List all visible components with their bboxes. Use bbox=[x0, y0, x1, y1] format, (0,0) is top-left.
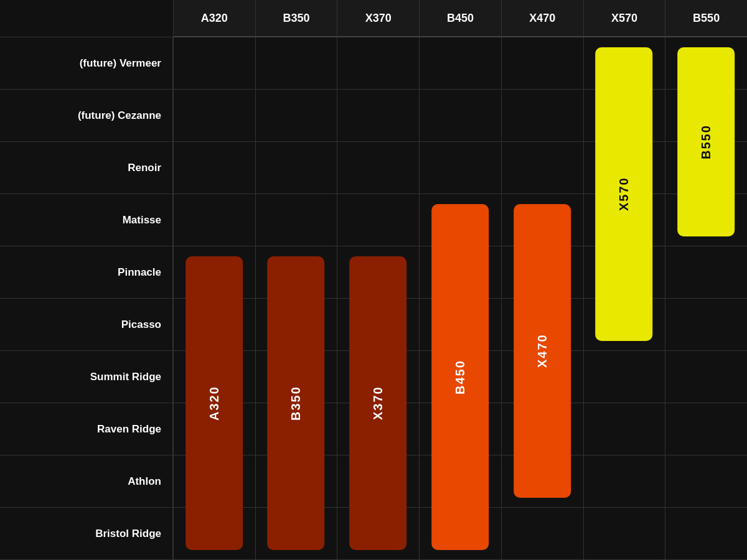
bar-a320: A320 bbox=[186, 256, 243, 550]
grid-cell-r10-c5 bbox=[501, 508, 583, 560]
grid-cell-r1-c5 bbox=[501, 37, 583, 90]
row-label-athlon: Athlon bbox=[0, 455, 173, 508]
bar-b450: B450 bbox=[431, 204, 489, 550]
bar-b550: B550 bbox=[677, 47, 735, 236]
grid-cell-r4-c1 bbox=[173, 194, 255, 246]
row-label-picasso: Picasso bbox=[0, 299, 173, 351]
grid-cell-r1-c4 bbox=[419, 37, 501, 90]
header-col-b450: B450 bbox=[419, 0, 501, 37]
header-col-x370: X370 bbox=[337, 0, 419, 37]
grid-cell-r8-c7 bbox=[665, 403, 747, 455]
header-col-x570: X570 bbox=[583, 0, 665, 37]
grid-cell-r1-c1 bbox=[173, 37, 255, 90]
grid-cell-r10-c7 bbox=[665, 508, 747, 560]
header-col-a320: A320 bbox=[173, 0, 255, 37]
header-col-b550: B550 bbox=[665, 0, 747, 37]
grid-cell-r7-c6 bbox=[583, 351, 665, 403]
grid-cell-r7-c7 bbox=[665, 351, 747, 403]
grid-cell-r1-c2 bbox=[255, 37, 337, 90]
grid-cell-r9-c7 bbox=[665, 455, 747, 508]
row-label-matisse: Matisse bbox=[0, 194, 173, 246]
bar-b350: B350 bbox=[267, 256, 324, 550]
grid-cell-r4-c3 bbox=[337, 194, 419, 246]
bar-x570: X570 bbox=[595, 47, 652, 341]
row-label-renoir: Renoir bbox=[0, 142, 173, 194]
grid-cell-r3-c4 bbox=[419, 142, 501, 194]
grid-cell-r4-c2 bbox=[255, 194, 337, 246]
header-col-b350: B350 bbox=[255, 0, 337, 37]
header-col-x470: X470 bbox=[501, 0, 583, 37]
grid-cell-r3-c1 bbox=[173, 142, 255, 194]
row-label-summit-ridge: Summit Ridge bbox=[0, 351, 173, 403]
grid-cell-r8-c6 bbox=[583, 403, 665, 455]
bar-x470: X470 bbox=[514, 204, 571, 498]
grid-cell-r2-c5 bbox=[501, 90, 583, 142]
row-label-bristol-ridge: Bristol Ridge bbox=[0, 508, 173, 560]
grid-cell-r3-c5 bbox=[501, 142, 583, 194]
row-label-pinnacle: Pinnacle bbox=[0, 246, 173, 299]
grid-cell-r2-c2 bbox=[255, 90, 337, 142]
grid-cell-r2-c1 bbox=[173, 90, 255, 142]
grid-cell-r9-c6 bbox=[583, 455, 665, 508]
grid-cell-r1-c3 bbox=[337, 37, 419, 90]
corner-cell bbox=[0, 0, 173, 37]
row-label-(future)-vermeer: (future) Vermeer bbox=[0, 37, 173, 90]
grid-cell-r5-c7 bbox=[665, 246, 747, 299]
chart-grid: A320B350X370B450X470X570B550(future) Ver… bbox=[0, 0, 747, 560]
grid-cell-r6-c7 bbox=[665, 299, 747, 351]
row-label-(future)-cezanne: (future) Cezanne bbox=[0, 90, 173, 142]
grid-cell-r3-c3 bbox=[337, 142, 419, 194]
row-label-raven-ridge: Raven Ridge bbox=[0, 403, 173, 455]
grid-cell-r3-c2 bbox=[255, 142, 337, 194]
grid-cell-r10-c6 bbox=[583, 508, 665, 560]
grid-cell-r2-c3 bbox=[337, 90, 419, 142]
bar-x370: X370 bbox=[349, 256, 406, 550]
grid-cell-r2-c4 bbox=[419, 90, 501, 142]
